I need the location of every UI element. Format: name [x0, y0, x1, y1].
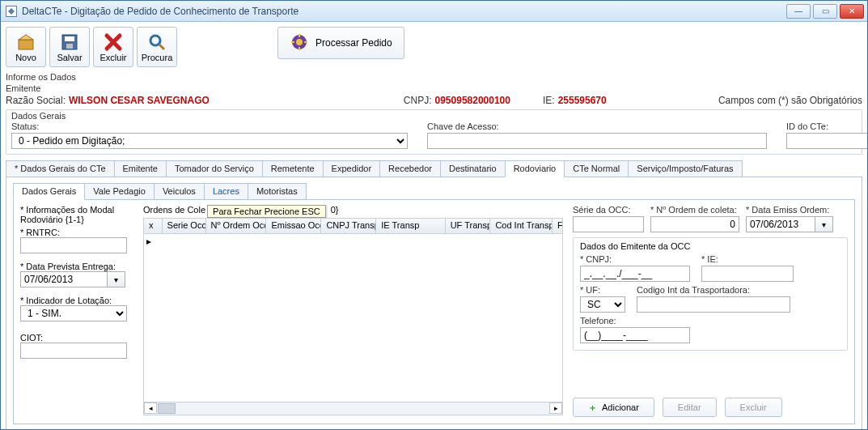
- adicionar-button[interactable]: ＋ Adicionar: [573, 398, 654, 417]
- chave-acesso-input[interactable]: [427, 133, 767, 149]
- processar-pedido-button[interactable]: Processar Pedido: [277, 27, 404, 59]
- scroll-right-button[interactable]: ▸: [549, 402, 562, 414]
- gridcol-nordem[interactable]: Nº Ordem Occ: [206, 219, 267, 233]
- editar-button[interactable]: Editar: [663, 398, 717, 417]
- svg-line-7: [159, 45, 164, 49]
- excluir-label: Excluir: [100, 53, 126, 62]
- occ-tel-label: Telefone:: [580, 316, 690, 326]
- svg-marker-2: [19, 35, 33, 40]
- scroll-left-button[interactable]: ◂: [144, 402, 157, 414]
- occ-codint-input[interactable]: [637, 296, 790, 313]
- tab-remetente[interactable]: Remetente: [262, 160, 324, 177]
- plus-icon: ＋: [588, 402, 597, 414]
- grid-header: x Serie Occ Nº Ordem Occ Emissao Occ CNP…: [143, 218, 563, 234]
- dados-gerais-group: Dados Gerais Status: 0 - Pedido em Digit…: [6, 109, 862, 155]
- gridcol-uf[interactable]: UF Transp: [446, 219, 491, 233]
- data-prevista-input[interactable]: [20, 271, 108, 287]
- main-tabbar: * Dados Gerais do CTe Emitente Tomador d…: [6, 160, 862, 177]
- nordem-input[interactable]: [650, 216, 739, 232]
- close-button[interactable]: ✕: [840, 4, 864, 19]
- data-emiss-calendar-button[interactable]: ▾: [815, 216, 833, 232]
- calendar-icon: ▾: [114, 275, 118, 284]
- grid-body[interactable]: ▸: [143, 234, 563, 402]
- ie-label: IE:: [543, 95, 555, 106]
- gridcol-for[interactable]: For: [553, 219, 562, 233]
- tab-recebedor[interactable]: Recebedor: [379, 160, 441, 177]
- minimize-button[interactable]: —: [786, 4, 811, 19]
- data-emiss-input[interactable]: [746, 216, 815, 232]
- novo-button[interactable]: Novo: [6, 27, 46, 67]
- gridcol-ie[interactable]: IE Transp: [376, 219, 445, 233]
- gridcol-emissao[interactable]: Emissao Occ: [266, 219, 321, 233]
- procura-button[interactable]: Procura: [137, 27, 177, 67]
- subtab-veiculos[interactable]: Veiculos: [154, 183, 205, 199]
- chave-label: Chave de Acesso:: [427, 121, 767, 131]
- cnpj-label: CNPJ:: [404, 95, 432, 106]
- modal-info-title: * Informações do Modal Rodoviário {1-1}: [20, 205, 133, 224]
- gridcol-codint[interactable]: Cod Int Transp: [490, 219, 553, 233]
- tab-dados-gerais-cte[interactable]: * Dados Gerais do CTe: [6, 160, 115, 177]
- nordem-label: * Nº Ordem de coleta:: [650, 205, 739, 215]
- ciot-label: CIOT:: [20, 333, 133, 343]
- window-title: DeltaCTe - Digitação de Pedido de Conhec…: [22, 6, 299, 17]
- idcte-label: ID do CTe:: [786, 121, 868, 131]
- occ-tel-input[interactable]: [580, 327, 690, 343]
- serie-occ-input[interactable]: [573, 216, 644, 232]
- grid-hscroll[interactable]: ◂ ▸: [143, 402, 563, 415]
- status-select[interactable]: 0 - Pedido em Digitação;: [11, 133, 408, 149]
- occ-right-column: Série da OCC: * Nº Ordem de coleta: * Da…: [573, 205, 848, 417]
- gridcol-cnpj[interactable]: CNPJ Transp: [321, 219, 376, 233]
- salvar-button[interactable]: Salvar: [49, 27, 90, 67]
- subtab-vale-pedagio[interactable]: Vale Pedagio: [84, 183, 155, 199]
- ie-value: 255595670: [558, 95, 607, 106]
- rntrc-label: * RNTRC:: [20, 228, 133, 237]
- main-toolbar: Novo Salvar Excluir Procura Processar Pe…: [6, 25, 862, 70]
- svg-point-6: [150, 36, 160, 45]
- occ-ie-label: * IE:: [701, 254, 794, 264]
- occ-uf-select[interactable]: SC: [580, 296, 625, 313]
- floppy-icon: [59, 32, 80, 53]
- svg-rect-1: [19, 40, 33, 49]
- scroll-thumb[interactable]: [158, 403, 176, 414]
- data-prevista-calendar-button[interactable]: ▾: [108, 271, 125, 287]
- delete-x-icon: [103, 32, 124, 53]
- subtab-motoristas[interactable]: Motoristas: [248, 183, 307, 199]
- ciot-input[interactable]: [20, 343, 127, 359]
- rntrc-input[interactable]: [20, 237, 127, 253]
- idcte-input[interactable]: [786, 133, 868, 149]
- rodoviario-panel: Dados Gerais Vale Pedagio Veiculos Lacre…: [6, 177, 862, 430]
- ind-lotacao-select[interactable]: 1 - SIM.: [20, 305, 127, 321]
- svg-rect-4: [65, 36, 74, 41]
- subtab-dados-gerais[interactable]: Dados Gerais: [13, 183, 85, 200]
- maximize-button[interactable]: ▭: [813, 4, 837, 19]
- tab-tomador[interactable]: Tomador do Serviço: [166, 160, 263, 177]
- excluir-occ-button[interactable]: Excluir: [725, 398, 782, 417]
- status-label: Status:: [11, 121, 408, 131]
- excluir-button[interactable]: Excluir: [93, 27, 133, 67]
- esc-tooltip: Para Fechar Precione ESC: [207, 205, 326, 218]
- svg-rect-5: [66, 44, 73, 49]
- tab-servico-imposto[interactable]: Serviço/Imposto/Faturas: [628, 160, 742, 177]
- occ-codint-label: Codigo Int da Trasportadora:: [637, 285, 790, 295]
- procura-label: Procura: [142, 53, 173, 62]
- razao-social-label: Razão Social:: [6, 95, 66, 106]
- obrigatorios-note: Campos com (*) são Obrigatórios: [718, 95, 862, 106]
- svg-marker-0: [8, 8, 15, 15]
- occ-ie-input[interactable]: [701, 266, 794, 282]
- tab-cte-normal[interactable]: CTe Normal: [564, 160, 629, 177]
- data-prevista-label: * Data Prevista Entrega:: [20, 262, 133, 271]
- tab-expedidor[interactable]: Expedidor: [323, 160, 381, 177]
- box-open-icon: [15, 32, 36, 53]
- ind-lotacao-label: * Indicador de Lotação:: [20, 296, 133, 305]
- subtab-lacres[interactable]: Lacres: [204, 183, 248, 199]
- tab-emitente[interactable]: Emitente: [114, 160, 167, 177]
- occ-cnpj-input[interactable]: [580, 266, 690, 282]
- sub-dados-gerais-panel: * Informações do Modal Rodoviário {1-1} …: [13, 200, 855, 424]
- dados-gerais-title: Dados Gerais: [11, 111, 857, 121]
- gridcol-serie[interactable]: Serie Occ: [163, 219, 206, 233]
- gridcol-x[interactable]: x: [144, 219, 163, 233]
- tab-destinatario[interactable]: Destinatario: [440, 160, 506, 177]
- tab-rodoviario[interactable]: Rodoviario: [505, 160, 565, 177]
- search-icon: [146, 32, 167, 53]
- sub-tabbar: Dados Gerais Vale Pedagio Veiculos Lacre…: [13, 182, 855, 200]
